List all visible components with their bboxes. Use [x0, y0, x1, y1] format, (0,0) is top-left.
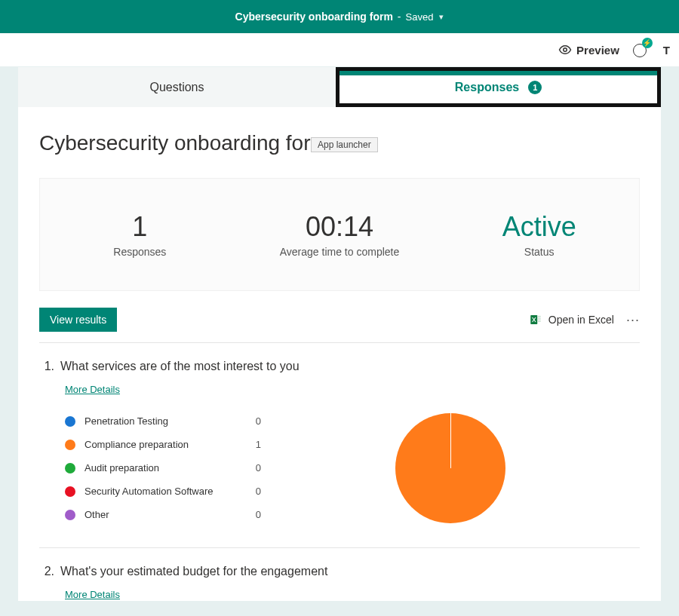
legend-label: Other [84, 509, 246, 520]
stat-responses-label: Responses [113, 246, 166, 258]
title-bar: Cybersecurity onboarding form - Saved ▾ [0, 0, 679, 33]
view-results-button[interactable]: View results [39, 308, 117, 332]
q1-more-details-link[interactable]: More Details [65, 384, 120, 395]
legend-label: Audit preparation [84, 462, 246, 473]
legend-row: Audit preparation 0 [65, 456, 261, 480]
legend-row: Compliance preparation 1 [65, 433, 261, 456]
q2-text: What's your estimated budget for the eng… [60, 565, 327, 578]
question-2: 2. What's your estimated budget for the … [39, 565, 640, 601]
more-actions-button[interactable]: ··· [626, 312, 640, 328]
account-icon[interactable]: ⚡ [633, 42, 648, 57]
swatch-icon [65, 510, 75, 520]
account-initial: T [663, 44, 670, 57]
q1-number: 1. [39, 360, 54, 373]
legend-value: 0 [246, 415, 261, 427]
tab-questions-label: Questions [149, 81, 204, 94]
legend-row: Other 0 [65, 503, 261, 526]
svg-rect-2 [537, 316, 541, 317]
save-status: Saved [406, 11, 434, 23]
tab-strip: Questions Responses 1 [0, 67, 679, 107]
swatch-icon [65, 463, 75, 473]
responses-count-badge: 1 [528, 81, 542, 94]
swatch-icon [65, 486, 75, 497]
legend-label: Security Automation Software [84, 486, 246, 497]
eye-icon [558, 43, 572, 57]
legend-label: Compliance preparation [84, 439, 246, 450]
q1-text: What services are of the most interest t… [60, 360, 300, 373]
stat-status: Active Status [439, 179, 639, 290]
tab-responses-label: Responses [455, 81, 519, 94]
stat-responses-value: 1 [132, 211, 147, 243]
q1-results: Penetration Testing 0 Compliance prepara… [39, 409, 640, 526]
question-1: 1. What services are of the most interes… [39, 360, 640, 526]
legend-value: 0 [246, 462, 261, 473]
chevron-down-icon[interactable]: ▾ [439, 12, 444, 22]
swatch-icon [65, 440, 75, 450]
svg-rect-3 [537, 318, 541, 320]
swatch-icon [65, 416, 75, 427]
responses-page: Cybersecurity onboarding form App launch… [18, 107, 661, 601]
preview-label: Preview [576, 44, 619, 57]
actions-row: View results Open in Excel ··· [39, 308, 640, 343]
legend-value: 1 [246, 439, 261, 450]
stat-status-value: Active [502, 211, 576, 243]
legend-value: 0 [246, 486, 261, 497]
open-in-excel-button[interactable]: Open in Excel [529, 313, 614, 326]
toolbar: Preview ⚡ T [0, 33, 679, 66]
q2-more-details-link[interactable]: More Details [65, 589, 120, 600]
legend-label: Penetration Testing [84, 415, 246, 427]
pie-divider-icon [450, 413, 451, 468]
stat-responses: 1 Responses [40, 179, 240, 290]
stat-avg-time: 00:14 Average time to complete [240, 179, 440, 290]
divider [39, 547, 640, 548]
q1-legend: Penetration Testing 0 Compliance prepara… [65, 409, 261, 526]
open-in-excel-label: Open in Excel [548, 314, 614, 326]
stat-status-label: Status [524, 246, 555, 258]
tab-questions[interactable]: Questions [18, 67, 336, 107]
preview-button[interactable]: Preview [558, 43, 619, 57]
form-name: Cybersecurity onboarding form [235, 11, 393, 23]
q1-pie-chart [261, 409, 640, 526]
legend-row: Security Automation Software 0 [65, 480, 261, 503]
tab-responses[interactable]: Responses 1 [336, 67, 661, 107]
svg-rect-4 [537, 320, 541, 322]
stat-avg-time-label: Average time to complete [280, 246, 400, 258]
pie-icon [395, 413, 505, 523]
q2-number: 2. [39, 565, 54, 578]
tooltip-app-launcher: App launcher [311, 137, 378, 152]
stats-card: 1 Responses 00:14 Average time to comple… [39, 178, 640, 291]
excel-icon [529, 313, 542, 326]
stat-avg-time-value: 00:14 [306, 211, 373, 243]
title-separator: - [398, 11, 401, 23]
legend-row: Penetration Testing 0 [65, 409, 261, 433]
svg-point-0 [564, 48, 567, 52]
avatar-badge-icon: ⚡ [642, 38, 653, 48]
legend-value: 0 [246, 509, 261, 520]
